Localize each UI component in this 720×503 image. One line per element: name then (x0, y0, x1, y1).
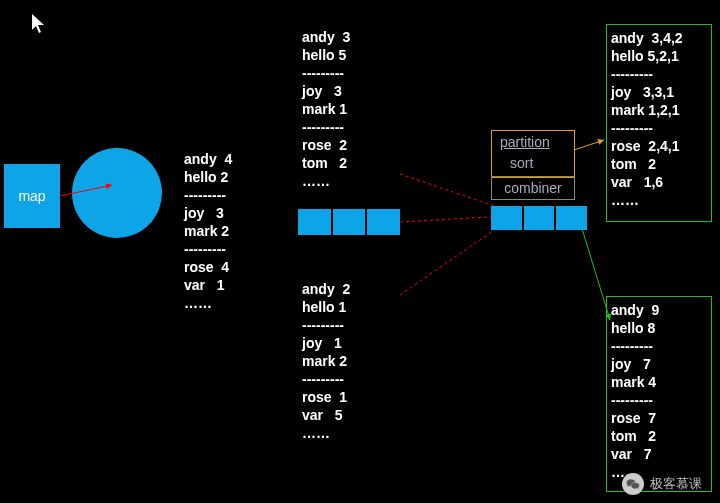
map-label: map (18, 188, 45, 204)
map-box: map (4, 164, 60, 228)
merge-strip (491, 206, 587, 230)
svg-line-4 (574, 140, 604, 150)
mid-strip (298, 209, 400, 235)
partition-block-3: andy 2 hello 1 --------- joy 1 mark 2 --… (302, 280, 350, 442)
combiner-label: combiner (504, 180, 562, 196)
reduced-list: andy 9 hello 8 --------- joy 7 mark 4 --… (606, 296, 712, 492)
sorted-grouped-list: andy 3,4,2 hello 5,2,1 --------- joy 3,3… (606, 24, 712, 222)
phase-partition-sort: partition sort (491, 130, 575, 178)
partition-label: partition (500, 134, 550, 150)
wechat-icon (622, 473, 644, 495)
input-list: andy 4 hello 2 --------- joy 3 mark 2 --… (184, 150, 232, 312)
partition-block-1: andy 3 hello 5 --------- joy 3 mark 1 --… (302, 28, 350, 190)
reduced-text: andy 9 hello 8 --------- joy 7 mark 4 --… (611, 301, 659, 481)
watermark: 极客慕课 (622, 473, 702, 495)
sort-label: sort (510, 155, 533, 171)
phase-combiner: combiner (491, 176, 575, 200)
watermark-text: 极客慕课 (650, 475, 702, 493)
sorted-grouped-text: andy 3,4,2 hello 5,2,1 --------- joy 3,3… (611, 29, 683, 209)
svg-line-3 (400, 222, 506, 295)
cursor-icon (32, 14, 46, 37)
circle-shape (72, 148, 162, 238)
